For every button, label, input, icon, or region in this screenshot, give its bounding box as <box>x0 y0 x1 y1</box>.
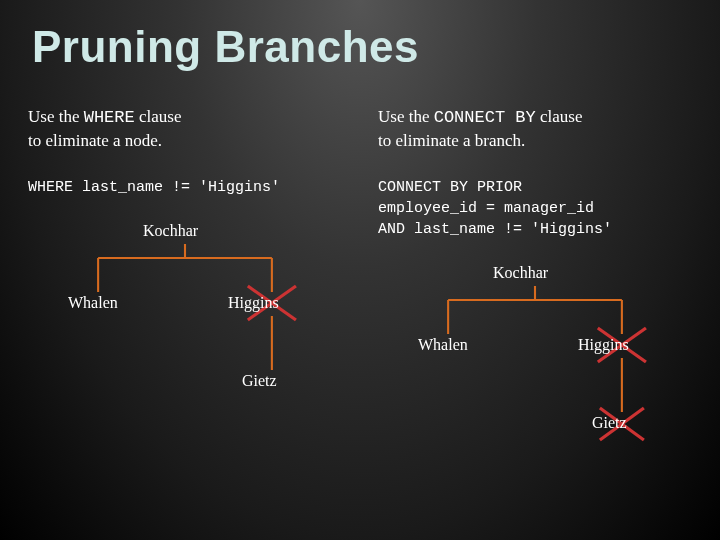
left-tree: Kochhar Whalen Higgins Gietz <box>28 216 342 426</box>
right-column: Use the CONNECT BY clause to eliminate a… <box>378 106 692 468</box>
slide-title: Pruning Branches <box>32 22 692 72</box>
tree-node-leaf: Gietz <box>242 372 277 390</box>
tree-node-root: Kochhar <box>493 264 548 282</box>
slide: Pruning Branches Use the WHERE clause to… <box>0 0 720 540</box>
left-column: Use the WHERE clause to eliminate a node… <box>28 106 342 468</box>
tree-node-root: Kochhar <box>143 222 198 240</box>
txt: Use the <box>28 107 84 126</box>
right-tree: Kochhar Whalen Higgins Gietz <box>378 258 692 468</box>
left-sql: WHERE last_name != 'Higgins' <box>28 177 342 198</box>
tree-lines <box>28 216 342 426</box>
tree-node-right: Higgins <box>228 294 279 312</box>
tree-node-leaf: Gietz <box>592 414 627 432</box>
tree-node-left: Whalen <box>418 336 468 354</box>
txt: Use the <box>378 107 434 126</box>
right-description: Use the CONNECT BY clause to eliminate a… <box>378 106 692 153</box>
columns: Use the WHERE clause to eliminate a node… <box>28 106 692 468</box>
left-description: Use the WHERE clause to eliminate a node… <box>28 106 342 153</box>
tree-node-left: Whalen <box>68 294 118 312</box>
tree-lines <box>378 258 692 468</box>
right-sql: CONNECT BY PRIOR employee_id = manager_i… <box>378 177 692 240</box>
code: CONNECT BY <box>434 108 536 127</box>
tree-node-right: Higgins <box>578 336 629 354</box>
code: WHERE <box>84 108 135 127</box>
